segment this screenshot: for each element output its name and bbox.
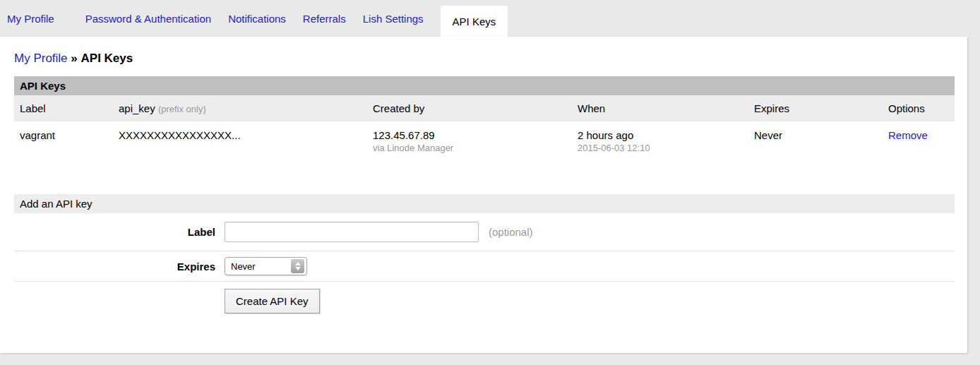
table-header-row: Label api_key (prefix only) Created by W… [14, 95, 955, 121]
col-header-expires: Expires [748, 95, 883, 121]
col-header-created-by: Created by [367, 95, 572, 121]
api-key-prefix-cell: XXXXXXXXXXXXXXXX... [113, 121, 367, 163]
expires-select[interactable]: Never [225, 257, 307, 275]
breadcrumb-my-profile-link[interactable]: My Profile [14, 52, 68, 65]
tab-my-profile[interactable]: My Profile [7, 13, 54, 25]
label-optional-note: (optional) [489, 226, 533, 238]
tab-referrals[interactable]: Referrals [303, 13, 346, 25]
label-form-row: Label (optional) [14, 213, 955, 251]
submit-form-row: Create API Key [14, 282, 955, 313]
create-api-key-button[interactable]: Create API Key [225, 289, 320, 313]
expires-field-label: Expires [14, 261, 225, 273]
content-card: My Profile » API Keys API Keys Label api… [0, 37, 967, 353]
remove-link[interactable]: Remove [888, 129, 928, 141]
created-by-via: via Linode Manager [373, 143, 566, 153]
table-title: API Keys [14, 76, 955, 95]
api-key-options-cell: Remove [883, 121, 955, 163]
breadcrumb: My Profile » API Keys [14, 37, 967, 66]
api-key-created-by-cell: 123.45.67.89 via Linode Manager [367, 121, 572, 163]
label-field-label: Label [14, 226, 225, 238]
tab-lish-settings[interactable]: Lish Settings [363, 13, 424, 25]
breadcrumb-separator: » [71, 52, 77, 65]
label-input[interactable] [225, 222, 479, 242]
when-relative: 2 hours ago [578, 129, 743, 141]
add-api-key-section-header: Add an API key [14, 194, 955, 213]
tab-notifications[interactable]: Notifications [228, 13, 286, 25]
tab-api-keys[interactable]: API Keys [441, 6, 508, 37]
page-title: API Keys [81, 52, 133, 65]
profile-tab-bar: My Profile Password & Authentication Not… [0, 0, 980, 37]
api-key-row: vagrant XXXXXXXXXXXXXXXX... 123.45.67.89… [14, 121, 955, 163]
col-header-label: Label [14, 95, 113, 121]
col-header-options: Options [883, 95, 955, 121]
api-keys-table: API Keys Label api_key (prefix only) Cre… [14, 76, 955, 163]
select-arrows-icon [291, 259, 304, 273]
when-absolute: 2015-06-03 12:10 [578, 143, 743, 153]
col-header-api-key-note: (prefix only) [158, 104, 206, 114]
api-key-label-cell: vagrant [14, 121, 113, 163]
tab-password-authentication[interactable]: Password & Authentication [85, 13, 211, 25]
expires-form-row: Expires Never [14, 251, 955, 282]
api-key-when-cell: 2 hours ago 2015-06-03 12:10 [572, 121, 748, 163]
col-header-when: When [572, 95, 748, 121]
col-header-api-key: api_key (prefix only) [113, 95, 367, 121]
api-key-expires-cell: Never [748, 121, 883, 163]
created-by-ip: 123.45.67.89 [373, 129, 566, 141]
expires-select-value: Never [231, 261, 256, 272]
